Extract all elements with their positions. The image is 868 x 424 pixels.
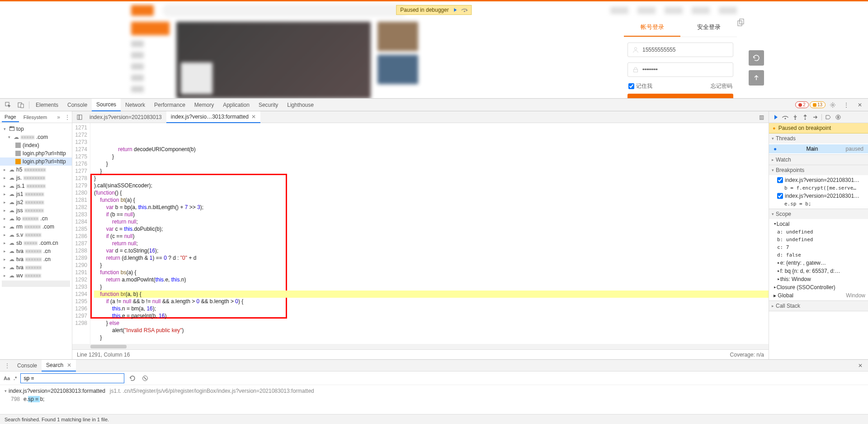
deactivate-bp-button[interactable] <box>824 113 833 122</box>
code-editor[interactable]: 1271127212731274127512761277127812791280… <box>72 123 769 344</box>
search-input[interactable] <box>20 373 124 383</box>
tree-h5[interactable]: ▸☁h5xxxxxxxx <box>0 166 72 174</box>
search-result-line[interactable]: 798e.sp = b; <box>0 395 868 403</box>
step-out-button[interactable] <box>801 113 810 122</box>
scope-this[interactable]: ▸ this: Window <box>769 275 868 283</box>
inspect-icon[interactable] <box>2 99 14 111</box>
scope-local[interactable]: ▾ Local <box>769 220 868 228</box>
file-more-icon[interactable]: ▥ <box>756 112 767 123</box>
login-tab-secure[interactable]: 安全登录 <box>680 19 737 37</box>
tree-wv[interactable]: ▸☁wvxxxxxx <box>0 272 72 280</box>
navigator-more-icon[interactable]: » <box>57 114 60 120</box>
step-button[interactable] <box>811 113 820 122</box>
line-gutter: 1271127212731274127512761277127812791280… <box>72 123 90 344</box>
tree-tva1[interactable]: ▸☁tvaxxxxxx.cn <box>0 247 72 255</box>
callstack-header[interactable]: Call Stack <box>769 301 868 311</box>
drawer-menu-icon[interactable]: ⋮ <box>2 362 13 369</box>
bp1-checkbox[interactable] <box>777 177 783 183</box>
navigator-menu-icon[interactable]: ⋮ <box>65 114 70 120</box>
refresh-search-icon[interactable] <box>128 374 137 383</box>
scope-e[interactable]: ▸ e: {entry: , gatew… <box>769 259 868 267</box>
breakpoint-1[interactable]: index.js?version=202108301… <box>769 176 868 184</box>
step-over-icon[interactable] <box>462 8 468 12</box>
tab-performance[interactable]: Performance <box>150 99 190 111</box>
tree-login1[interactable]: login.php?url=http <box>0 149 72 157</box>
back-to-top-button[interactable] <box>749 70 764 86</box>
tree-js1[interactable]: ▸☁js.1xxxxxxx <box>0 182 72 190</box>
file-tab-2[interactable]: index.js?versio…3013:formatted✕ <box>166 111 260 123</box>
svg-point-8 <box>832 104 834 106</box>
tree-tva3[interactable]: ▸☁tvaxxxxxx <box>0 263 72 272</box>
close-devtools-icon[interactable]: ✕ <box>854 99 866 111</box>
tree-sb[interactable]: ▸☁sbxxxxx.com.cn <box>0 239 72 247</box>
drawer-close-icon[interactable]: ✕ <box>854 362 866 369</box>
pause-exceptions-button[interactable] <box>834 113 843 122</box>
forgot-password-link[interactable]: 忘记密码 <box>711 82 732 90</box>
scope-global[interactable]: ▸ GlobalWindow <box>769 291 868 300</box>
tree-top[interactable]: ▾🗔 top <box>0 125 72 133</box>
case-toggle[interactable]: Aa <box>4 376 10 381</box>
resume-icon[interactable] <box>453 8 458 12</box>
svg-point-13 <box>805 118 806 119</box>
copy-icon[interactable] <box>737 19 745 27</box>
tree-js10[interactable]: ▸☁js1xxxxxxx <box>0 190 72 198</box>
navigator-tab-filesystem[interactable]: Filesystem <box>21 113 50 122</box>
password-field[interactable]: •••••••• <box>627 62 733 77</box>
refresh-button[interactable] <box>749 50 764 66</box>
step-into-button[interactable] <box>791 113 800 122</box>
remember-checkbox[interactable] <box>628 83 634 89</box>
close-tab-icon[interactable]: ✕ <box>251 114 256 120</box>
tab-network[interactable]: Network <box>121 99 150 111</box>
tree-index[interactable]: (index) <box>0 141 72 149</box>
tab-application[interactable]: Application <box>218 99 254 111</box>
tab-elements[interactable]: Elements <box>31 99 63 111</box>
regex-toggle[interactable]: .* <box>14 376 17 381</box>
resume-button[interactable] <box>771 113 780 122</box>
username-field[interactable]: 15555555555 <box>627 43 733 57</box>
tree-lo[interactable]: ▸☁loxxxxxx.cn <box>0 214 72 223</box>
error-count-badge[interactable]: 2 <box>795 101 809 108</box>
breakpoints-header[interactable]: Breakpoints <box>769 165 868 175</box>
tree-rm[interactable]: ▸☁rmxxxxxx.com <box>0 223 72 231</box>
scope-header[interactable]: Scope <box>769 209 868 219</box>
file-tab-1[interactable]: index.js?version=2021083013 <box>85 111 166 123</box>
remember-me[interactable]: 记住我 <box>628 82 652 90</box>
tree-tva2[interactable]: ▸☁tvaxxxxxx.cn <box>0 255 72 263</box>
thread-main[interactable]: Mainpaused <box>769 144 868 153</box>
breakpoint-2[interactable]: index.js?version=202108301… <box>769 192 868 200</box>
svg-point-0 <box>464 11 465 12</box>
tab-lighthouse[interactable]: Lighthouse <box>283 99 318 111</box>
threads-header[interactable]: Threads <box>769 133 868 143</box>
tree-js[interactable]: ▸☁js.xxxxxxxx <box>0 174 72 182</box>
settings-icon[interactable] <box>826 99 839 111</box>
drawer-tab-console[interactable]: Console <box>13 360 42 372</box>
file-nav-icon[interactable] <box>74 112 85 123</box>
tab-memory[interactable]: Memory <box>190 99 218 111</box>
h-scrollbar[interactable] <box>72 344 769 349</box>
tab-console[interactable]: Console <box>63 99 92 111</box>
search-result-file[interactable]: index.js?version=2021083013:formattedjs1… <box>0 387 868 395</box>
scope-f[interactable]: ▸ f: bq {n: d, e: 65537, d:… <box>769 267 868 275</box>
warning-count-badge[interactable]: 13 <box>810 101 826 108</box>
tab-security[interactable]: Security <box>254 99 283 111</box>
more-icon[interactable]: ⋮ <box>840 99 853 111</box>
close-search-icon[interactable]: ✕ <box>67 362 71 368</box>
login-tab-account[interactable]: 帐号登录 <box>624 19 680 37</box>
tab-sources[interactable]: Sources <box>92 99 121 111</box>
tree-domain[interactable]: ▾☁xxxxx.com <box>0 133 72 141</box>
tree-login2[interactable]: login.php?url=http <box>0 157 72 166</box>
scope-closure[interactable]: ▸ Closure (SSOController) <box>769 283 868 291</box>
clear-search-icon[interactable] <box>141 374 150 383</box>
tree-jss[interactable]: ▸☁jssxxxxxxx <box>0 206 72 214</box>
device-toggle-icon[interactable] <box>14 99 27 111</box>
step-over-button[interactable] <box>781 113 790 122</box>
page-content: Paused in debugger 帐号登录 安全登录 15555555555… <box>0 1 868 98</box>
tree-js2[interactable]: ▸☁js2xxxxxxx <box>0 198 72 206</box>
bp2-checkbox[interactable] <box>777 193 783 199</box>
watch-header[interactable]: Watch <box>769 155 868 165</box>
login-submit-button[interactable]: 登录 <box>627 94 733 98</box>
svg-rect-2 <box>634 69 638 72</box>
drawer-tab-search[interactable]: Search✕ <box>42 360 76 372</box>
tree-sv[interactable]: ▸☁s.vxxxxxx <box>0 231 72 239</box>
navigator-tab-page[interactable]: Page <box>2 112 19 122</box>
